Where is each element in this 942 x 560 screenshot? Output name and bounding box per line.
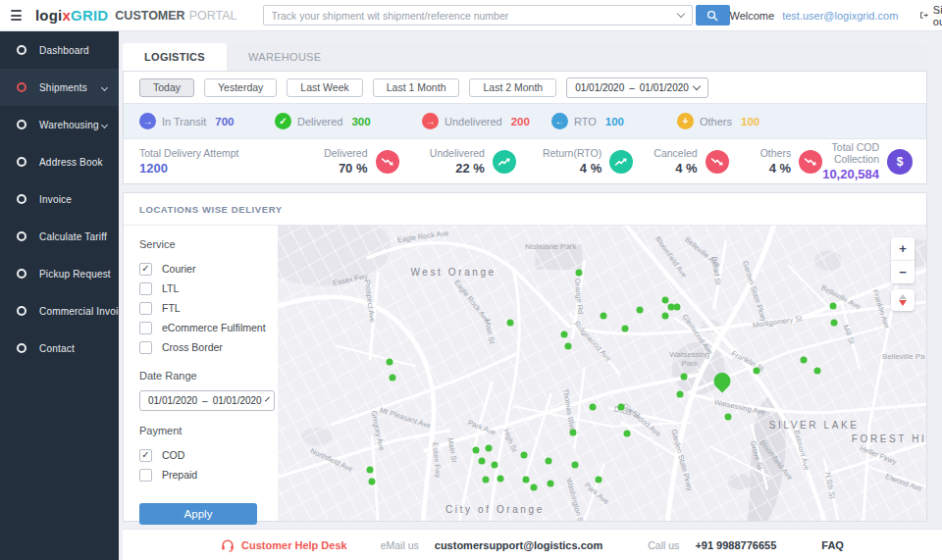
sidebar-item-calculate-tariff[interactable]: Calculate Tariff [0, 218, 119, 255]
delivery-dot[interactable] [478, 458, 485, 465]
checkbox[interactable] [139, 282, 152, 295]
delivery-dot[interactable] [569, 429, 576, 435]
service-option-ltl[interactable]: LTL [139, 279, 268, 298]
sidebar-item-dashboard[interactable]: Dashboard [0, 31, 119, 69]
sidebar-item-warehousing[interactable]: Warehousing [0, 106, 119, 143]
support-email-link[interactable]: customersupport@logistics.com [435, 539, 602, 551]
delivery-dot[interactable] [561, 331, 568, 338]
user-email-link[interactable]: test.user@logixgrid.com [782, 10, 898, 22]
sidebar-item-label: Pickup Request [39, 269, 111, 280]
sidebar-item-invoice[interactable]: Invoice [0, 180, 119, 218]
kpi-return-rto-: Return(RTO) 4 % [516, 147, 633, 176]
sidebar-item-contact[interactable]: Contact [0, 330, 119, 367]
delivery-dot[interactable] [366, 466, 373, 473]
email-label: eMail us [381, 539, 419, 551]
trend-down-icon [799, 150, 822, 174]
delivery-dot[interactable] [624, 430, 631, 436]
payment-option-cod[interactable]: ✓ COD [139, 445, 268, 465]
delivery-dot[interactable] [492, 462, 498, 469]
delivery-dot[interactable] [622, 325, 629, 331]
delivery-dot[interactable] [676, 391, 683, 398]
delivery-dot[interactable] [387, 358, 393, 365]
quick-date-last-2-month[interactable]: Last 2 Month [469, 78, 556, 97]
checkbox[interactable]: ✓ [139, 263, 152, 276]
quick-date-yesterday[interactable]: Yesterday [204, 78, 277, 97]
payment-option-prepaid[interactable]: Prepaid [139, 465, 268, 484]
search-input[interactable] [272, 10, 678, 22]
delivery-dot[interactable] [590, 403, 597, 410]
pegman-control[interactable] [891, 289, 915, 311]
hamburger-menu-icon[interactable] [11, 8, 22, 24]
date-range-select[interactable]: 01/01/2020 – 01/01/2020 [566, 77, 708, 98]
service-option-courier[interactable]: ✓ Courier [139, 259, 268, 279]
sidebar-item-label: Shipments [39, 82, 87, 93]
delivery-dot[interactable] [662, 312, 669, 319]
delivery-dot[interactable] [545, 458, 551, 465]
quick-date-last-1-month[interactable]: Last 1 Month [373, 78, 460, 97]
delivery-dot[interactable] [522, 476, 529, 483]
delivery-dot[interactable] [673, 304, 680, 311]
sidebar-item-shipments[interactable]: Shipments [0, 69, 119, 106]
filter-date-range-select[interactable]: 01/01/2020 – 01/01/2020 [139, 390, 275, 411]
delivery-dot[interactable] [547, 481, 553, 487]
checkbox[interactable] [139, 302, 152, 315]
service-option-ftl[interactable]: FTL [139, 298, 268, 318]
delivery-dot[interactable] [565, 343, 572, 350]
arrow-up-icon [899, 294, 907, 299]
delivery-dot[interactable] [662, 297, 669, 304]
zoom-out-button[interactable]: − [891, 261, 915, 283]
delivery-dot[interactable] [813, 367, 820, 374]
apply-button[interactable]: Apply [139, 503, 257, 525]
status-icon: ← [551, 113, 568, 129]
delivery-dot[interactable] [600, 312, 606, 319]
delivery-dot[interactable] [473, 447, 480, 454]
delivery-dot[interactable] [753, 367, 759, 374]
quick-date-last-week[interactable]: Last Week [287, 78, 362, 97]
zoom-in-button[interactable]: + [891, 237, 915, 260]
signout-icon [919, 10, 928, 21]
help-desk: Customer Help Desk [221, 538, 347, 552]
status-value: 700 [215, 116, 234, 127]
delivery-dot[interactable] [572, 462, 579, 469]
delivery-dot[interactable] [520, 452, 527, 459]
sidebar-item-pickup-request[interactable]: Pickup Request [0, 255, 119, 292]
delivery-dot[interactable] [389, 375, 395, 382]
search-button[interactable] [696, 5, 730, 25]
sidebar-item-commercial-invoice[interactable]: Commercial Invoice [0, 292, 119, 330]
tab-warehouse[interactable]: WAREHOUSE [227, 43, 342, 71]
checkbox[interactable] [139, 469, 152, 482]
delivery-dot[interactable] [575, 270, 582, 277]
kpi-label: Canceled [654, 147, 697, 159]
service-option-ecommerce-fulfilment[interactable]: eCommerce Fulfilment [139, 318, 268, 337]
delivery-dot[interactable] [637, 307, 644, 314]
delivery-dot[interactable] [681, 374, 688, 381]
delivery-dot[interactable] [368, 478, 375, 484]
tab-logistics[interactable]: LOGISTICS [123, 43, 227, 71]
signout-button[interactable]: Sign out [919, 4, 942, 27]
checkbox[interactable] [139, 341, 152, 354]
chevron-down-icon[interactable] [676, 10, 684, 18]
delivery-dot[interactable] [531, 484, 538, 490]
quick-date-today[interactable]: Today [139, 78, 194, 97]
delivery-dot[interactable] [506, 319, 513, 326]
faq-link[interactable]: FAQ [821, 539, 844, 551]
delivery-dot[interactable] [497, 475, 504, 482]
delivery-dot[interactable] [482, 476, 489, 483]
delivery-dot[interactable] [486, 444, 493, 451]
delivery-dot[interactable] [596, 476, 602, 483]
sidebar-item-label: Calculate Tariff [39, 231, 107, 242]
map-canvas[interactable]: Eagle Rock AveNishuane ParkWest OrangeEs… [278, 226, 926, 521]
delivery-dot[interactable] [829, 303, 836, 310]
shipment-search-box[interactable] [263, 5, 693, 25]
delivery-dot[interactable] [617, 403, 624, 410]
service-option-cross-border[interactable]: Cross Border [139, 337, 268, 357]
support-phone-link[interactable]: +91 9988776655 [695, 539, 776, 551]
delivery-dot[interactable] [725, 414, 732, 421]
delivery-dot[interactable] [831, 319, 838, 326]
sidebar-item-address-book[interactable]: Address Book [0, 143, 119, 180]
delivery-dot[interactable] [801, 356, 808, 363]
checkbox[interactable]: ✓ [139, 449, 152, 462]
checkbox-label: FTL [162, 302, 181, 314]
checkbox[interactable] [139, 322, 152, 334]
portal-title: CUSTOMERPORTAL [115, 9, 236, 23]
